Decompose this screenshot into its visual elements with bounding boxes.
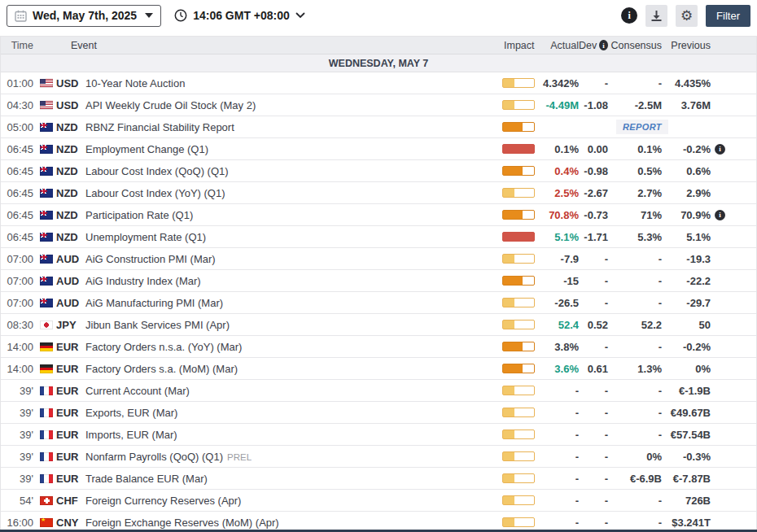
report-link[interactable]: REPORT: [616, 120, 668, 134]
consensus-value: €-6.9B: [630, 473, 662, 485]
event-title: Imports, EUR (Mar): [85, 429, 177, 441]
event-title: 10-Year Note Auction: [85, 77, 185, 89]
event-time: 06:45: [1, 143, 33, 155]
event-time: 14:00: [1, 363, 33, 375]
actual-value: -: [541, 407, 579, 419]
previous-value: -0.2%: [662, 143, 711, 155]
actual-value: 4.342%: [541, 77, 579, 89]
impact-bar: [502, 276, 535, 286]
impact-bar: [502, 430, 535, 439]
table-row[interactable]: 14:00 EUR Factory Orders n.s.a. (YoY) (M…: [1, 336, 756, 358]
table-row[interactable]: 39' EUR Trade Balance EUR (Mar) - - €-6.…: [1, 468, 756, 490]
dev-info-icon[interactable]: i: [599, 40, 608, 50]
consensus-value: -: [659, 429, 662, 441]
event-time: 06:45: [1, 209, 33, 221]
date-selector[interactable]: Wed, May 7th, 2025: [7, 5, 161, 27]
previous-info-icon[interactable]: i: [715, 144, 725, 155]
dev-value: 0.00: [579, 143, 608, 155]
currency-code: NZD: [56, 165, 78, 177]
header-previous: Previous: [662, 40, 711, 51]
dev-value: -1.71: [579, 231, 608, 243]
dev-value: -2.67: [579, 187, 608, 199]
event-title: Employment Change (Q1): [85, 143, 208, 155]
event-time: 06:45: [1, 165, 33, 177]
currency-flag-icon: [40, 299, 53, 307]
table-row[interactable]: 05:00 NZD RBNZ Financial Stability Repor…: [1, 116, 756, 138]
currency-code: EUR: [56, 429, 78, 441]
impact-bar: [502, 451, 535, 461]
event-title: AiG Construction PMI (Mar): [85, 253, 216, 265]
table-row[interactable]: 39' EUR Exports, EUR (Mar) - - - €49.67B: [1, 402, 756, 424]
impact-bar: [502, 100, 535, 110]
impact-bar: [502, 232, 535, 242]
currency-flag-icon: [40, 342, 53, 351]
event-time: 07:00: [1, 253, 33, 265]
table-row[interactable]: 01:00 USD 10-Year Note Auction 4.342% - …: [1, 72, 756, 94]
table-row[interactable]: 07:00 AUD AiG Manufacturing PMI (Mar) -2…: [1, 292, 756, 314]
currency-flag-icon: [40, 123, 53, 132]
table-row[interactable]: 06:45 NZD Labour Cost Index (YoY) (Q1) 2…: [1, 182, 756, 204]
event-title: Foreign Currency Reserves (Apr): [85, 495, 241, 507]
consensus-value: 0.1%: [637, 143, 662, 155]
previous-value: €-7.87B: [662, 473, 711, 485]
previous-value: -19.3: [662, 253, 711, 265]
currency-flag-icon: [40, 189, 53, 198]
event-title: Labour Cost Index (QoQ) (Q1): [85, 165, 229, 177]
table-row[interactable]: 06:45 NZD Labour Cost Index (QoQ) (Q1) 0…: [1, 160, 756, 182]
impact-bar: [502, 188, 535, 198]
actual-value: 2.5%: [541, 187, 579, 199]
dev-value: -: [579, 341, 608, 353]
table-row[interactable]: 39' EUR Nonfarm Payrolls (QoQ) (Q1)PREL …: [1, 446, 756, 468]
caret-down-icon: [145, 13, 153, 18]
event-time: 39': [1, 429, 33, 441]
event-time: 06:45: [1, 231, 33, 243]
info-icon[interactable]: i: [621, 7, 637, 24]
table-row[interactable]: 39' EUR Current Account (Mar) - - - €-1.…: [1, 380, 756, 402]
download-button[interactable]: [645, 5, 667, 27]
consensus-value: 0.5%: [637, 165, 662, 177]
consensus-value: -: [659, 253, 662, 265]
table-row[interactable]: 08:30 JPY Jibun Bank Services PMI (Apr) …: [1, 314, 756, 336]
actual-value: -26.5: [541, 297, 579, 309]
currency-code: EUR: [56, 385, 78, 397]
table-row[interactable]: 06:45 NZD Unemployment Rate (Q1) 5.1% -1…: [1, 226, 756, 248]
timezone-selector[interactable]: 14:06 GMT +08:00: [174, 9, 305, 22]
previous-value: -0.2%: [662, 341, 711, 353]
consensus-value: -: [659, 341, 662, 353]
impact-bar: [502, 78, 535, 88]
table-row[interactable]: 07:00 AUD AiG Construction PMI (Mar) -7.…: [1, 248, 756, 270]
table-row[interactable]: 06:45 NZD Participation Rate (Q1) 70.8% …: [1, 204, 756, 226]
event-title: Jibun Bank Services PMI (Apr): [85, 319, 230, 331]
currency-flag-icon: [40, 386, 53, 395]
filter-button[interactable]: Filter: [706, 5, 750, 27]
settings-button[interactable]: ⚙: [676, 5, 698, 27]
actual-value: -: [541, 385, 579, 397]
previous-info-icon[interactable]: i: [715, 210, 725, 220]
table-row[interactable]: 54' CHF Foreign Currency Reserves (Apr) …: [1, 490, 756, 512]
table-row[interactable]: 07:00 AUD AiG Industry Index (Mar) -15 -…: [1, 270, 756, 292]
consensus-value: 2.7%: [637, 187, 662, 199]
currency-flag-icon: [40, 364, 53, 373]
consensus-value: 52.2: [641, 319, 662, 331]
table-row[interactable]: 04:30 USD API Weekly Crude Oil Stock (Ma…: [1, 94, 756, 116]
event-title: Exports, EUR (Mar): [85, 407, 177, 419]
table-row[interactable]: 39' EUR Imports, EUR (Mar) - - - €57.54B: [1, 424, 756, 446]
previous-value: -22.2: [662, 275, 711, 287]
event-title: Labour Cost Index (YoY) (Q1): [85, 187, 225, 199]
header-actual: Actual: [541, 40, 579, 51]
dev-value: -: [579, 517, 608, 529]
dev-value: -0.98: [579, 165, 608, 177]
actual-value: -7.9: [541, 253, 579, 265]
currency-code: USD: [56, 99, 78, 111]
table-row[interactable]: 06:45 NZD Employment Change (Q1) 0.1% 0.…: [1, 138, 756, 160]
event-title: AiG Industry Index (Mar): [85, 275, 201, 287]
event-time: 07:00: [1, 275, 33, 287]
currency-flag-icon: [40, 79, 53, 88]
consensus-value: -: [659, 385, 662, 397]
day-section-header: WEDNESDAY, MAY 7: [1, 55, 756, 72]
table-row[interactable]: 14:00 EUR Factory Orders s.a. (MoM) (Mar…: [1, 358, 756, 380]
actual-value: 3.6%: [541, 363, 579, 375]
currency-flag-icon: [40, 430, 53, 439]
impact-bar: [502, 254, 535, 264]
event-title: API Weekly Crude Oil Stock (May 2): [85, 99, 256, 111]
